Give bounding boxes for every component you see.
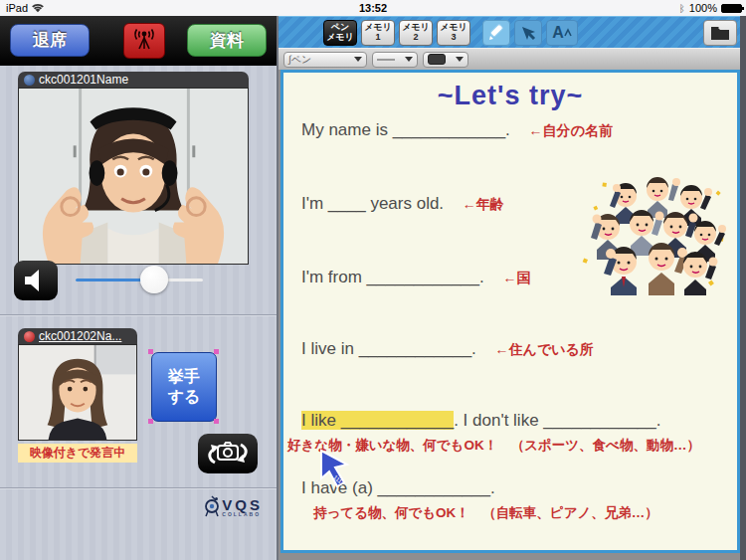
camera-switch-button[interactable] (198, 434, 258, 473)
cursor-arrow-icon (519, 24, 537, 42)
broadcast-button[interactable] (123, 23, 165, 59)
raise-hand-button[interactable]: 挙手 する (151, 352, 217, 422)
video-feed-student (18, 344, 137, 441)
line-english: I'm from ____________. (301, 268, 484, 286)
dropdown-arrow-icon (456, 57, 464, 62)
whiteboard-canvas[interactable]: ~Let's try~ My name is ____________. ←自分… (280, 70, 740, 553)
recording-dot-icon (24, 331, 35, 342)
speaker-button[interactable] (14, 261, 58, 300)
antenna-icon (129, 28, 159, 54)
vqs-collabo-logo: VQS COLLABO (204, 495, 263, 517)
leave-button[interactable]: 退席 (10, 24, 90, 57)
pen-options-bar: ∫ペン (279, 48, 740, 70)
line-annotation: ←国 (503, 270, 531, 285)
vqs-mascot-icon (204, 495, 220, 517)
volume-slider[interactable] (76, 279, 203, 281)
lesson-line-name: My name is ____________. ←自分の名前 (301, 120, 613, 140)
divider (0, 314, 277, 315)
lesson-line-from: I'm from ____________. ←国 (301, 268, 531, 287)
have-note: 持ってる物、何でもOK！ （自転車、ピアノ、兄弟…） (313, 504, 658, 522)
cheering-people-illustration (580, 176, 727, 295)
control-bar: 退席 資料 (0, 16, 277, 66)
pen-tool-button[interactable] (482, 20, 510, 46)
color-swatch-icon (428, 54, 446, 65)
battery-icon (721, 4, 742, 13)
battery-percent: 100% (689, 2, 717, 14)
text-caret-icon (564, 28, 572, 38)
window-edge (740, 16, 746, 560)
button-label: メモリ (326, 33, 354, 43)
raise-hand-label: 挙手 (168, 367, 200, 387)
logo-brand: VQS (222, 498, 263, 512)
folder-icon (710, 25, 730, 41)
selection-handle (214, 419, 219, 424)
video-tile-student[interactable]: ckc001202Na... (18, 328, 137, 445)
participant-name: ckc001201Name (39, 73, 128, 87)
selection-handle (214, 349, 219, 354)
pen-color-dropdown[interactable] (423, 52, 468, 68)
lesson-line-like: I like ____________. I don't like ______… (301, 411, 661, 431)
line-thickness-dropdown[interactable] (372, 52, 418, 68)
line-english: I'm ____ years old. (301, 194, 444, 213)
dropdown-arrow-icon (354, 57, 362, 62)
volume-row (14, 259, 263, 304)
whiteboard-toolbar: ペン メモリ メモリ 1 メモリ 2 メモリ 3 (279, 16, 740, 48)
text-tool-button[interactable]: A (546, 20, 578, 46)
remote-pointer-cursor-icon: 111 (317, 449, 359, 492)
pen-memory-toggle-button[interactable]: ペン メモリ (323, 20, 357, 46)
divider (0, 487, 277, 488)
line-english: I live in ____________. (301, 339, 476, 358)
line-english: My name is ____________. (301, 120, 510, 139)
bluetooth-icon: ᛒ (679, 3, 685, 14)
whiteboard-panel: ペン メモリ メモリ 1 メモリ 2 メモリ 3 (279, 16, 746, 560)
pen-type-value: ∫ペン (288, 53, 311, 67)
selection-handle (148, 349, 153, 354)
highlighted-text: I like ____________ (301, 411, 454, 430)
video-tile-header: ckc001201Name (18, 72, 249, 88)
lesson-title: ~Let's try~ (283, 81, 737, 111)
video-tile-header: ckc001202Na... (18, 328, 137, 344)
video-tile-teacher[interactable]: ckc001201Name (18, 72, 249, 269)
pointer-tool-button[interactable] (514, 20, 542, 46)
pencil-icon (486, 23, 506, 43)
speaker-icon (23, 269, 49, 292)
lesson-line-live: I live in ____________. ←住んでいる所 (301, 339, 594, 359)
memory-1-button[interactable]: メモリ 1 (361, 20, 395, 46)
volume-slider-thumb[interactable] (140, 266, 168, 293)
line-annotation: ←住んでいる所 (495, 341, 594, 357)
button-label: 2 (413, 33, 418, 43)
camera-switch-icon (205, 439, 251, 468)
line-english: . I don't like ____________. (454, 411, 660, 430)
pen-type-dropdown[interactable]: ∫ペン (283, 52, 367, 68)
dropdown-arrow-icon (405, 57, 413, 62)
status-bar: iPad 13:52 ᛒ 100% (0, 0, 746, 16)
video-feed-teacher (18, 88, 249, 265)
memory-3-button[interactable]: メモリ 3 (437, 20, 470, 46)
button-label: 1 (375, 33, 380, 43)
lesson-line-age: I'm ____ years old. ←年齢 (301, 194, 504, 214)
speaking-status-badge: 映像付きで発言中 (18, 444, 137, 463)
line-annotation: ←年齢 (463, 196, 504, 212)
participant-name: ckc001202Na... (39, 329, 121, 343)
file-browser-button[interactable] (703, 20, 737, 46)
clock: 13:52 (0, 2, 746, 14)
materials-button[interactable]: 資料 (187, 24, 267, 57)
line-thickness-icon (377, 59, 395, 61)
selection-handle (148, 419, 153, 424)
button-label: 3 (451, 33, 456, 43)
raise-hand-label: する (168, 387, 201, 407)
conference-panel: 退席 資料 ckc001201Name (0, 16, 279, 560)
logo-sub: COLLABO (222, 511, 263, 517)
text-tool-icon: A (552, 24, 564, 42)
presence-dot-icon (24, 75, 35, 86)
memory-2-button[interactable]: メモリ 2 (399, 20, 433, 46)
line-annotation: ←自分の名前 (529, 122, 613, 138)
